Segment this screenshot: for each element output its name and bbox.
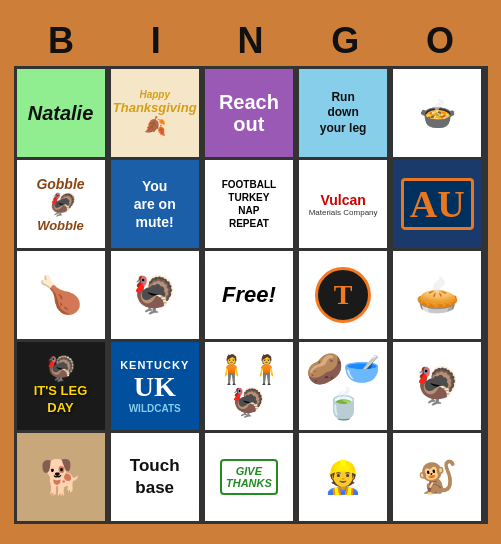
football-turkey-text: FOOTBALLTURKEYNAPREPEAT [222,178,276,230]
give-thanks-content: GIVETHANKS [220,459,278,495]
cell-auburn[interactable]: AU [393,160,481,248]
cell-vulcan[interactable]: Vulcan Materials Company [299,160,387,248]
its-leg-day-text: IT'S LEGDAY [34,383,88,417]
cell-free[interactable]: Free! [205,251,293,339]
bingo-card: B I N G O Natalie Happy Thanksgiving 🍂 R… [6,12,496,532]
mashed-icon: 🥔🥣🍵 [306,351,380,421]
gobble-content: Gobble 🦃 Wobble [36,176,84,233]
cell-run-down[interactable]: Rundownyour leg [299,69,387,157]
kentucky-text: KENTUCKY [120,359,189,371]
auburn-content: AU [401,182,474,226]
cell-soup[interactable]: 🍲 [393,69,481,157]
bingo-header: B I N G O [14,20,488,62]
cell-turkey-roasted[interactable]: 🦃 [111,251,199,339]
letter-b: B [17,20,105,62]
vulcan-sub: Materials Company [309,208,378,217]
chicken-leg-icon: 🍗 [38,274,83,316]
cell-natalie[interactable]: Natalie [17,69,105,157]
pie-icon: 🥧 [415,274,460,316]
hardhat-icon: 👷 [323,458,363,496]
vulcan-content: Vulcan Materials Company [309,192,378,217]
tennessee-content: T [315,267,371,323]
free-text: Free! [222,282,276,308]
cell-you-on-mute[interactable]: Youare onmute! [111,160,199,248]
puppet-icon: 🐒 [417,458,457,496]
reach-out-text: Reachout [219,91,279,135]
cell-mashed-potatoes[interactable]: 🥔🥣🍵 [299,342,387,430]
cell-tennessee[interactable]: T [299,251,387,339]
letter-o: O [396,20,484,62]
cell-hardhat[interactable]: 👷 [299,433,387,521]
letter-n: N [206,20,294,62]
natalie-text: Natalie [28,102,94,125]
thanksgiving-text: Thanksgiving [113,100,197,115]
cell-dog[interactable]: 🐕 [17,433,105,521]
cell-pie[interactable]: 🥧 [393,251,481,339]
cell-kentucky[interactable]: KENTUCKY UK WILDCATS [111,342,199,430]
tn-circle: T [315,267,371,323]
cell-touch-base[interactable]: Touchbase [111,433,199,521]
cell-give-thanks[interactable]: GIVETHANKS [205,433,293,521]
letter-i: I [112,20,200,62]
run-down-text: Rundownyour leg [320,90,367,137]
letter-g: G [301,20,389,62]
give-thanks-text: GIVETHANKS [220,459,278,495]
cell-chicken-leg[interactable]: 🍗 [17,251,105,339]
wobble-text: Wobble [36,218,84,233]
au-logo: AU [401,178,474,230]
turkey-pilgrim-icon: 🦃 [415,365,460,407]
cell-turkey-pilgrim[interactable]: 🦃 [393,342,481,430]
pilgrims-icon: 🧍🧍🦃 [214,353,284,419]
wildcats-text: WILDCATS [120,403,189,414]
you-on-mute-text: Youare onmute! [134,177,176,232]
uk-letters: UK [120,371,189,403]
cell-its-leg-day[interactable]: 🦃 IT'S LEGDAY [17,342,105,430]
leaf-icon: 🍂 [113,115,197,137]
turkey-mini-icon: 🦃 [36,192,84,218]
leg-day-content: 🦃 IT'S LEGDAY [34,355,88,417]
touch-base-text: Touchbase [130,455,180,499]
cell-reach-out[interactable]: Reachout [205,69,293,157]
dog-icon: 🐕 [40,457,82,497]
cell-happy-thanksgiving[interactable]: Happy Thanksgiving 🍂 [111,69,199,157]
vulcan-logo: Vulcan [309,192,378,208]
cell-gobble-wobble[interactable]: Gobble 🦃 Wobble [17,160,105,248]
thanksgiving-content: Happy Thanksgiving 🍂 [113,89,197,137]
happy-text: Happy [113,89,197,100]
bingo-grid: Natalie Happy Thanksgiving 🍂 Reachout Ru… [14,66,488,524]
roasted-turkey-icon: 🦃 [132,274,177,316]
cell-pilgrims[interactable]: 🧍🧍🦃 [205,342,293,430]
tn-t-letter: T [334,279,353,311]
gobble-text: Gobble [36,176,84,192]
cell-football-turkey[interactable]: FOOTBALLTURKEYNAPREPEAT [205,160,293,248]
kentucky-content: KENTUCKY UK WILDCATS [120,359,189,414]
soup-icon: 🍲 [419,96,456,131]
cell-puppet[interactable]: 🐒 [393,433,481,521]
turkey-leg-icon: 🦃 [34,355,88,383]
